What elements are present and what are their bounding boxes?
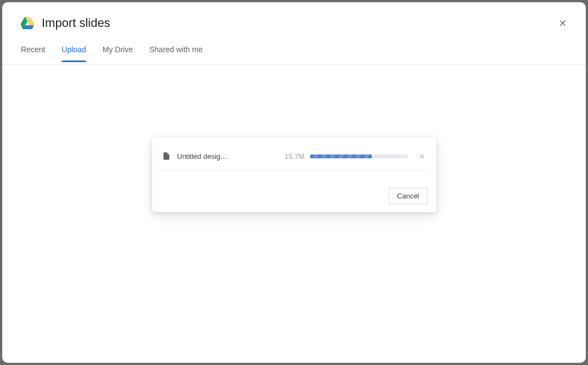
tab-recent[interactable]: Recent xyxy=(21,40,45,62)
close-button[interactable] xyxy=(555,15,570,31)
tab-upload[interactable]: Upload xyxy=(61,40,86,62)
dialog-content: Untitled desig… 15.7M Cancel xyxy=(2,65,586,363)
cancel-upload-button[interactable] xyxy=(418,152,427,161)
upload-file-size: 15.7M xyxy=(284,152,304,161)
upload-file-name: Untitled desig… xyxy=(177,152,248,161)
dialog-title: Import slides xyxy=(42,16,555,30)
dialog-header: Import slides xyxy=(2,2,586,40)
upload-progress-fill xyxy=(310,154,372,158)
close-icon xyxy=(558,18,568,28)
import-slides-dialog: Import slides Recent Upload My Drive Sha… xyxy=(2,2,586,363)
cancel-button[interactable]: Cancel xyxy=(389,187,427,204)
tab-shared-with-me[interactable]: Shared with me xyxy=(149,40,203,62)
file-icon xyxy=(162,151,171,162)
upload-progress-card: Untitled desig… 15.7M Cancel xyxy=(152,137,436,212)
tabs-bar: Recent Upload My Drive Shared with me xyxy=(2,40,586,65)
google-drive-icon xyxy=(21,18,34,30)
upload-progress-bar xyxy=(310,154,408,158)
tab-my-drive[interactable]: My Drive xyxy=(103,40,133,62)
close-icon xyxy=(418,153,425,160)
upload-row: Untitled desig… 15.7M xyxy=(161,151,428,171)
card-footer: Cancel xyxy=(161,171,428,204)
